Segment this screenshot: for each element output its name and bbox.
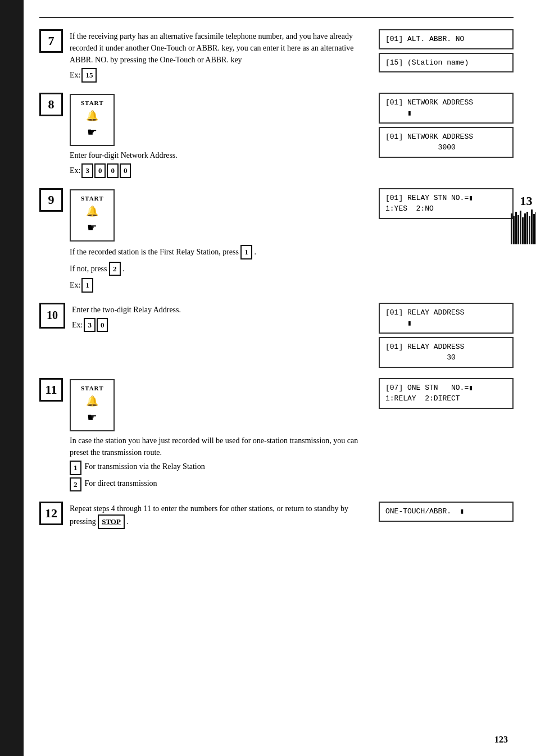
step10-lcd1: [01] RELAY ADDRESS ▮ [379, 303, 514, 334]
left-strip [0, 0, 24, 756]
step9-key2: 2 [109, 262, 121, 276]
step7-lcd: [01] ALT. ABBR. NO [379, 29, 514, 49]
step-12-number: 12 [39, 502, 63, 525]
step8-key-3: 3 [81, 163, 93, 178]
step-9-instruction: START 🔔 ☛ If the recorded station is the… [70, 188, 372, 293]
step8-key-0a: 0 [94, 163, 106, 178]
top-rule [39, 17, 514, 18]
step11-bell-icon: 🔔 [86, 394, 98, 409]
side-label-13: 13 [520, 194, 533, 208]
step-7-number: 7 [39, 29, 63, 53]
barcode [511, 211, 536, 244]
step9-start-button[interactable]: START 🔔 ☛ [70, 189, 115, 242]
bell-icon: 🔔 [86, 108, 98, 124]
step-7-instruction: If the receiving party has an alternativ… [70, 29, 372, 83]
step8-lcd1: [01] NETWORK ADDRESS ▮ [379, 93, 514, 124]
step-9-number: 9 [39, 188, 63, 212]
step10-lcd2: [01] RELAY ADDRESS 30 [379, 337, 514, 368]
step7-lcd2: [15] (Station name) [379, 53, 514, 73]
step-11-instruction: START 🔔 ☛ In case the station you have j… [70, 378, 372, 492]
step9-example-key: 1 [81, 278, 93, 293]
step-8-instruction: START 🔔 ☛ Enter four-digit Network Addre… [70, 93, 372, 178]
step9-key1: 1 [240, 245, 252, 259]
step-8-row: 8 START 🔔 ☛ Enter four-digit Network Add… [39, 93, 514, 178]
step-10-row: 10 Enter the two-digit Relay Address. Ex… [39, 303, 514, 368]
step10-key-3: 3 [84, 318, 96, 333]
step11-lcd: [07] ONE STN NO.=▮ 1:RELAY 2:DIRECT [379, 378, 514, 409]
step12-lcd: ONE-TOUCH/ABBR. ▮ [379, 502, 514, 522]
stop-key: STOP [98, 514, 125, 529]
step-11-row: 11 START 🔔 ☛ In case the station you hav… [39, 378, 514, 492]
step-11-number: 11 [39, 378, 63, 402]
step-9-display: [01] RELAY STN NO.=▮ 1:YES 2:NO [379, 188, 514, 219]
step9-hand-icon: ☛ [87, 219, 97, 236]
step-12-display: ONE-TOUCH/ABBR. ▮ [379, 502, 514, 522]
step11-list-item-1: 1 For transmission via the Relay Station [70, 461, 372, 475]
step8-key-0c: 0 [120, 163, 131, 178]
side-label-13-container: 13 [511, 194, 536, 244]
step9-bell-icon: 🔔 [86, 204, 98, 219]
page-number: 123 [494, 735, 508, 745]
step-11-display: [07] ONE STN NO.=▮ 1:RELAY 2:DIRECT [379, 378, 514, 409]
step-12-row: 12 Repeat steps 4 through 11 to enter th… [39, 502, 514, 531]
step-8-display: [01] NETWORK ADDRESS ▮ [01] NETWORK ADDR… [379, 93, 514, 158]
step-10-instruction: Enter the two-digit Relay Address. Ex: 3… [72, 303, 372, 333]
step11-key1: 1 [70, 461, 81, 475]
step-7-row: 7 If the receiving party has an alternat… [39, 29, 514, 83]
step-10-number: 10 [39, 303, 65, 329]
step11-start-button[interactable]: START 🔔 ☛ [70, 379, 115, 432]
step11-key2: 2 [70, 477, 81, 492]
step-12-instruction: Repeat steps 4 through 11 to enter the n… [70, 502, 372, 531]
step7-example-key: 15 [81, 68, 97, 83]
step8-lcd2: [01] NETWORK ADDRESS 3000 [379, 127, 514, 158]
step11-list-item-2: 2 For direct transmission [70, 477, 372, 492]
step10-key-0: 0 [97, 318, 108, 333]
step-9-area: 9 START 🔔 ☛ If the recorded station is t… [39, 188, 514, 293]
page: 7 If the receiving party has an alternat… [0, 0, 536, 756]
step9-lcd: [01] RELAY STN NO.=▮ 1:YES 2:NO [379, 188, 514, 219]
step8-key-0b: 0 [107, 163, 119, 178]
step11-hand-icon: ☛ [87, 409, 97, 426]
content: 7 If the receiving party has an alternat… [39, 29, 514, 531]
step8-start-button[interactable]: START 🔔 ☛ [70, 94, 115, 147]
step-7-display: [01] ALT. ABBR. NO [15] (Station name) [379, 29, 514, 72]
step-8-number: 8 [39, 93, 63, 116]
step-10-display: [01] RELAY ADDRESS ▮ [01] RELAY ADDRESS … [379, 303, 514, 368]
hand-icon: ☛ [87, 124, 97, 140]
